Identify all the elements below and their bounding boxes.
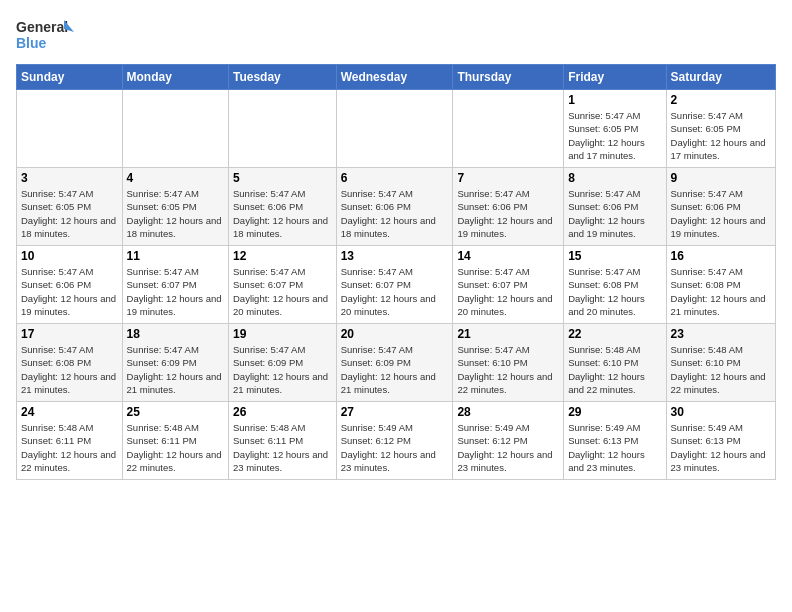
weekday-header-friday: Friday <box>564 65 666 90</box>
day-number: 15 <box>568 249 661 263</box>
weekday-header-tuesday: Tuesday <box>229 65 337 90</box>
calendar-cell: 24Sunrise: 5:48 AM Sunset: 6:11 PM Dayli… <box>17 402 123 480</box>
day-number: 20 <box>341 327 449 341</box>
calendar-cell: 7Sunrise: 5:47 AM Sunset: 6:06 PM Daylig… <box>453 168 564 246</box>
day-info: Sunrise: 5:47 AM Sunset: 6:06 PM Dayligh… <box>233 187 332 240</box>
calendar-cell: 5Sunrise: 5:47 AM Sunset: 6:06 PM Daylig… <box>229 168 337 246</box>
day-number: 5 <box>233 171 332 185</box>
day-number: 2 <box>671 93 771 107</box>
weekday-header-monday: Monday <box>122 65 228 90</box>
day-info: Sunrise: 5:47 AM Sunset: 6:09 PM Dayligh… <box>233 343 332 396</box>
day-info: Sunrise: 5:47 AM Sunset: 6:06 PM Dayligh… <box>457 187 559 240</box>
day-info: Sunrise: 5:48 AM Sunset: 6:10 PM Dayligh… <box>671 343 771 396</box>
calendar-cell: 26Sunrise: 5:48 AM Sunset: 6:11 PM Dayli… <box>229 402 337 480</box>
calendar-week-row: 1Sunrise: 5:47 AM Sunset: 6:05 PM Daylig… <box>17 90 776 168</box>
day-info: Sunrise: 5:48 AM Sunset: 6:11 PM Dayligh… <box>21 421 118 474</box>
calendar-cell: 10Sunrise: 5:47 AM Sunset: 6:06 PM Dayli… <box>17 246 123 324</box>
day-number: 30 <box>671 405 771 419</box>
day-number: 19 <box>233 327 332 341</box>
calendar-cell: 6Sunrise: 5:47 AM Sunset: 6:06 PM Daylig… <box>336 168 453 246</box>
day-info: Sunrise: 5:47 AM Sunset: 6:08 PM Dayligh… <box>671 265 771 318</box>
day-info: Sunrise: 5:49 AM Sunset: 6:12 PM Dayligh… <box>457 421 559 474</box>
day-info: Sunrise: 5:47 AM Sunset: 6:05 PM Dayligh… <box>127 187 224 240</box>
calendar-cell: 29Sunrise: 5:49 AM Sunset: 6:13 PM Dayli… <box>564 402 666 480</box>
calendar-cell: 23Sunrise: 5:48 AM Sunset: 6:10 PM Dayli… <box>666 324 775 402</box>
calendar-cell: 25Sunrise: 5:48 AM Sunset: 6:11 PM Dayli… <box>122 402 228 480</box>
svg-text:Blue: Blue <box>16 35 47 51</box>
calendar-cell: 18Sunrise: 5:47 AM Sunset: 6:09 PM Dayli… <box>122 324 228 402</box>
calendar-cell: 13Sunrise: 5:47 AM Sunset: 6:07 PM Dayli… <box>336 246 453 324</box>
day-info: Sunrise: 5:47 AM Sunset: 6:06 PM Dayligh… <box>21 265 118 318</box>
calendar-cell: 21Sunrise: 5:47 AM Sunset: 6:10 PM Dayli… <box>453 324 564 402</box>
weekday-header-saturday: Saturday <box>666 65 775 90</box>
calendar-cell: 4Sunrise: 5:47 AM Sunset: 6:05 PM Daylig… <box>122 168 228 246</box>
day-number: 24 <box>21 405 118 419</box>
day-info: Sunrise: 5:49 AM Sunset: 6:13 PM Dayligh… <box>568 421 661 474</box>
calendar-table: SundayMondayTuesdayWednesdayThursdayFrid… <box>16 64 776 480</box>
day-number: 14 <box>457 249 559 263</box>
day-info: Sunrise: 5:47 AM Sunset: 6:05 PM Dayligh… <box>21 187 118 240</box>
day-number: 29 <box>568 405 661 419</box>
day-info: Sunrise: 5:49 AM Sunset: 6:12 PM Dayligh… <box>341 421 449 474</box>
day-info: Sunrise: 5:47 AM Sunset: 6:08 PM Dayligh… <box>568 265 661 318</box>
day-number: 4 <box>127 171 224 185</box>
day-info: Sunrise: 5:47 AM Sunset: 6:09 PM Dayligh… <box>341 343 449 396</box>
day-number: 11 <box>127 249 224 263</box>
day-info: Sunrise: 5:47 AM Sunset: 6:05 PM Dayligh… <box>671 109 771 162</box>
day-info: Sunrise: 5:47 AM Sunset: 6:07 PM Dayligh… <box>341 265 449 318</box>
calendar-week-row: 3Sunrise: 5:47 AM Sunset: 6:05 PM Daylig… <box>17 168 776 246</box>
day-number: 8 <box>568 171 661 185</box>
logo-svg: GeneralBlue <box>16 16 76 52</box>
calendar-cell: 28Sunrise: 5:49 AM Sunset: 6:12 PM Dayli… <box>453 402 564 480</box>
day-number: 17 <box>21 327 118 341</box>
day-number: 12 <box>233 249 332 263</box>
day-info: Sunrise: 5:47 AM Sunset: 6:09 PM Dayligh… <box>127 343 224 396</box>
calendar-cell: 30Sunrise: 5:49 AM Sunset: 6:13 PM Dayli… <box>666 402 775 480</box>
day-number: 1 <box>568 93 661 107</box>
calendar-cell: 15Sunrise: 5:47 AM Sunset: 6:08 PM Dayli… <box>564 246 666 324</box>
calendar-cell <box>122 90 228 168</box>
calendar-header-row: SundayMondayTuesdayWednesdayThursdayFrid… <box>17 65 776 90</box>
calendar-cell: 8Sunrise: 5:47 AM Sunset: 6:06 PM Daylig… <box>564 168 666 246</box>
logo: GeneralBlue <box>16 16 76 52</box>
calendar-week-row: 24Sunrise: 5:48 AM Sunset: 6:11 PM Dayli… <box>17 402 776 480</box>
calendar-cell: 17Sunrise: 5:47 AM Sunset: 6:08 PM Dayli… <box>17 324 123 402</box>
weekday-header-sunday: Sunday <box>17 65 123 90</box>
calendar-cell <box>17 90 123 168</box>
calendar-cell: 3Sunrise: 5:47 AM Sunset: 6:05 PM Daylig… <box>17 168 123 246</box>
calendar-cell: 2Sunrise: 5:47 AM Sunset: 6:05 PM Daylig… <box>666 90 775 168</box>
day-number: 18 <box>127 327 224 341</box>
day-info: Sunrise: 5:47 AM Sunset: 6:07 PM Dayligh… <box>233 265 332 318</box>
calendar-cell: 27Sunrise: 5:49 AM Sunset: 6:12 PM Dayli… <box>336 402 453 480</box>
calendar-week-row: 17Sunrise: 5:47 AM Sunset: 6:08 PM Dayli… <box>17 324 776 402</box>
calendar-cell: 22Sunrise: 5:48 AM Sunset: 6:10 PM Dayli… <box>564 324 666 402</box>
day-number: 26 <box>233 405 332 419</box>
calendar-cell: 19Sunrise: 5:47 AM Sunset: 6:09 PM Dayli… <box>229 324 337 402</box>
calendar-cell: 9Sunrise: 5:47 AM Sunset: 6:06 PM Daylig… <box>666 168 775 246</box>
day-number: 25 <box>127 405 224 419</box>
day-number: 16 <box>671 249 771 263</box>
day-number: 27 <box>341 405 449 419</box>
day-info: Sunrise: 5:47 AM Sunset: 6:07 PM Dayligh… <box>457 265 559 318</box>
day-number: 21 <box>457 327 559 341</box>
svg-text:General: General <box>16 19 68 35</box>
day-info: Sunrise: 5:47 AM Sunset: 6:10 PM Dayligh… <box>457 343 559 396</box>
day-number: 28 <box>457 405 559 419</box>
calendar-cell: 14Sunrise: 5:47 AM Sunset: 6:07 PM Dayli… <box>453 246 564 324</box>
calendar-cell: 16Sunrise: 5:47 AM Sunset: 6:08 PM Dayli… <box>666 246 775 324</box>
day-info: Sunrise: 5:47 AM Sunset: 6:06 PM Dayligh… <box>568 187 661 240</box>
day-info: Sunrise: 5:48 AM Sunset: 6:11 PM Dayligh… <box>233 421 332 474</box>
weekday-header-thursday: Thursday <box>453 65 564 90</box>
day-info: Sunrise: 5:47 AM Sunset: 6:06 PM Dayligh… <box>671 187 771 240</box>
day-number: 7 <box>457 171 559 185</box>
day-info: Sunrise: 5:47 AM Sunset: 6:07 PM Dayligh… <box>127 265 224 318</box>
calendar-cell: 11Sunrise: 5:47 AM Sunset: 6:07 PM Dayli… <box>122 246 228 324</box>
header: GeneralBlue <box>16 16 776 52</box>
calendar-cell: 12Sunrise: 5:47 AM Sunset: 6:07 PM Dayli… <box>229 246 337 324</box>
day-info: Sunrise: 5:49 AM Sunset: 6:13 PM Dayligh… <box>671 421 771 474</box>
calendar-cell <box>229 90 337 168</box>
weekday-header-wednesday: Wednesday <box>336 65 453 90</box>
day-number: 22 <box>568 327 661 341</box>
calendar-cell: 20Sunrise: 5:47 AM Sunset: 6:09 PM Dayli… <box>336 324 453 402</box>
day-number: 6 <box>341 171 449 185</box>
